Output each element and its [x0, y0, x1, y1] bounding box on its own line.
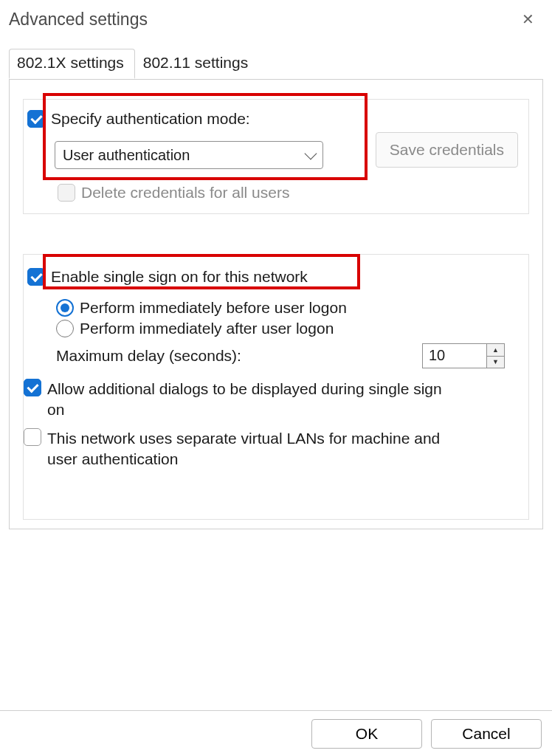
dialog-footer: OK Cancel	[0, 710, 552, 756]
radio-before-logon[interactable]	[56, 299, 74, 317]
dialog-header: Advanced settings ✕	[0, 0, 552, 35]
auth-mode-value: User authentication	[63, 147, 190, 164]
radio-after-label: Perform immediately after user logon	[80, 320, 334, 337]
allow-dialogs-label: Allow additional dialogs to be displayed…	[47, 379, 452, 421]
auth-mode-dropdown[interactable]: User authentication	[55, 141, 323, 169]
max-delay-spinner[interactable]: 10 ▲ ▼	[422, 343, 505, 368]
enable-sso-checkbox[interactable]	[27, 268, 45, 286]
max-delay-label: Maximum delay (seconds):	[56, 347, 241, 365]
radio-before-label: Perform immediately before user logon	[80, 299, 347, 317]
tab-row: 802.1X settings 802.11 settings	[9, 49, 552, 80]
sso-group: Enable single sign on for this network P…	[23, 254, 529, 520]
specify-auth-checkbox[interactable]	[27, 110, 45, 128]
specify-auth-label: Specify authentication mode:	[51, 110, 250, 128]
tab-panel: Specify authentication mode: User authen…	[9, 79, 543, 529]
radio-after-logon[interactable]	[56, 320, 74, 337]
cancel-button[interactable]: Cancel	[431, 719, 542, 749]
max-delay-value[interactable]: 10	[423, 344, 486, 368]
delete-credentials-checkbox	[58, 184, 75, 202]
separate-vlans-label: This network uses separate virtual LANs …	[47, 428, 452, 470]
tab-80211[interactable]: 802.11 settings	[135, 49, 259, 79]
tab-8021x[interactable]: 802.1X settings	[9, 49, 135, 79]
auth-group: Specify authentication mode: User authen…	[23, 99, 529, 214]
spinner-down-icon[interactable]: ▼	[487, 357, 504, 368]
allow-dialogs-checkbox[interactable]	[24, 379, 41, 396]
dialog-title: Advanced settings	[9, 10, 148, 30]
spinner-up-icon[interactable]: ▲	[487, 344, 504, 357]
save-credentials-button[interactable]: Save credentials	[376, 132, 518, 168]
delete-credentials-label: Delete credentials for all users	[81, 184, 289, 202]
separate-vlans-checkbox[interactable]	[24, 428, 41, 446]
close-icon[interactable]: ✕	[516, 7, 540, 31]
chevron-down-icon	[305, 147, 317, 159]
enable-sso-label: Enable single sign on for this network	[51, 268, 308, 286]
ok-button[interactable]: OK	[311, 719, 422, 749]
